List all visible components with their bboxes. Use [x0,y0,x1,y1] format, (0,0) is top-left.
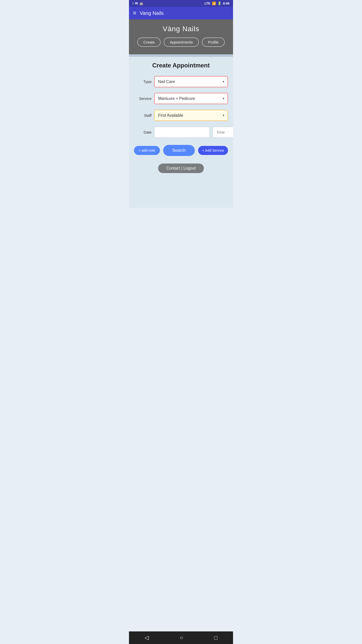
notification-icon: ! [132,2,133,5]
appointments-button[interactable]: Appointments [164,37,199,47]
signal-icon: 📶 [212,2,216,5]
type-row: Type Nail Care Hair Spa ▼ [134,76,228,87]
staff-label: Staff [134,113,152,117]
clock: 8:06 [223,2,230,5]
logout-link[interactable]: Logout [184,166,196,170]
status-bar: ! ✉ 🤖 LTE 📶 🔋 8:06 [129,0,233,7]
date-input[interactable] [154,127,210,138]
salon-name: Vàng Nails [163,25,199,33]
create-button[interactable]: Create [137,37,161,47]
footer: Contact | Logout [134,164,228,173]
form-title: Create Appointment [134,62,228,69]
type-select[interactable]: Nail Care Hair Spa [154,76,228,87]
service-select-wrapper: Manicure + Pedicure Manicure Pedicure ▼ [154,93,228,104]
battery-icon: 🔋 [217,2,221,5]
footer-separator: | [181,166,184,170]
service-label: Service [134,96,152,101]
add-service-button[interactable]: + Add Service [198,146,228,155]
add-note-button[interactable]: + add note [134,146,160,155]
type-select-wrapper: Nail Care Hair Spa ▼ [154,76,228,87]
android-icon: 🤖 [139,2,143,5]
profile-button[interactable]: Profile [202,37,225,47]
search-button[interactable]: Search [163,145,195,156]
divider [129,54,233,57]
staff-select[interactable]: First Available Staff 1 Staff 2 [154,110,228,121]
status-right-icons: LTE 📶 🔋 8:06 [204,2,230,5]
footer-links[interactable]: Contact | Logout [158,164,204,173]
bottom-buttons: + add note Search + Add Service [134,145,228,156]
type-label: Type [134,79,152,84]
nav-title: Vang Nails [140,10,164,16]
service-row: Service Manicure + Pedicure Manicure Ped… [134,93,228,104]
main-content: Create Appointment Type Nail Care Hair S… [129,57,233,208]
nav-bar: ≡ Vang Nails [129,7,233,19]
lte-icon: LTE [204,2,210,5]
contact-link[interactable]: Contact [166,166,180,170]
service-select[interactable]: Manicure + Pedicure Manicure Pedicure [154,93,228,104]
status-left-icons: ! ✉ 🤖 [132,2,143,5]
header-buttons: Create Appointments Profile [137,37,224,47]
message-icon: ✉ [135,2,138,5]
header-section: Vàng Nails Create Appointments Profile [129,19,233,54]
hamburger-menu-icon[interactable]: ≡ [133,10,136,16]
time-input[interactable] [212,127,233,138]
staff-row: Staff First Available Staff 1 Staff 2 ▼ [134,110,228,121]
date-row: Date [134,127,228,138]
date-label: Date [134,130,152,134]
staff-select-wrapper: First Available Staff 1 Staff 2 ▼ [154,110,228,121]
